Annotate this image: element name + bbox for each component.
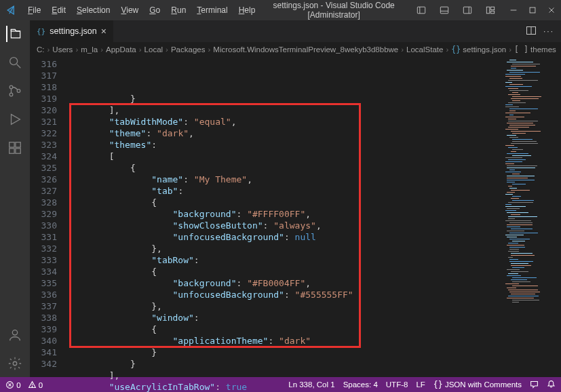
code-line[interactable]: { — [66, 266, 503, 277]
code-line[interactable]: "window": — [66, 312, 503, 324]
code-line[interactable]: }, — [66, 300, 503, 312]
chevron-right-icon: › — [139, 45, 142, 54]
svg-point-15 — [9, 85, 13, 89]
menu-run[interactable]: Run — [166, 0, 191, 20]
menu-file[interactable]: File — [23, 0, 45, 20]
svg-rect-7 — [490, 7, 494, 9]
toggle-panel-right-icon[interactable] — [458, 0, 477, 20]
breadcrumb-part[interactable]: C: — [37, 45, 45, 54]
search-icon[interactable] — [7, 54, 23, 71]
code-line[interactable]: "applicationTheme": "dark" — [66, 335, 503, 347]
menu-terminal[interactable]: Terminal — [192, 0, 232, 20]
toggle-panel-left-icon[interactable] — [412, 0, 431, 20]
code-line[interactable]: "themes": — [66, 139, 503, 151]
code-line[interactable]: "background": "#FFFF00FF", — [66, 208, 503, 220]
code-line[interactable]: }, — [66, 243, 503, 254]
menu-selection[interactable]: Selection — [72, 0, 115, 20]
code-line[interactable]: "name": "My Theme", — [66, 174, 503, 185]
customize-layout-icon[interactable] — [481, 0, 500, 20]
errors-count[interactable]: 0 — [5, 380, 21, 389]
chevron-right-icon: › — [100, 45, 103, 54]
breadcrumb-part[interactable]: m_la — [81, 45, 98, 54]
tab-filename: settings.json — [50, 26, 96, 36]
code-line[interactable]: "useAcrylicInTabRow": true — [66, 381, 503, 392]
vscode-logo-icon — [0, 5, 23, 16]
layout-controls — [408, 0, 504, 20]
chevron-right-icon: › — [401, 45, 404, 54]
code-line[interactable]: "tabWidthMode": "equal", — [66, 116, 503, 128]
code-line[interactable]: } — [66, 358, 503, 370]
accounts-icon[interactable] — [7, 327, 23, 343]
svg-rect-4 — [463, 7, 471, 14]
svg-rect-2 — [440, 7, 448, 14]
menu-edit[interactable]: Edit — [47, 0, 71, 20]
svg-rect-21 — [9, 149, 14, 153]
code-line[interactable]: "tabRow": — [66, 254, 503, 266]
code-line[interactable]: } — [66, 347, 503, 358]
explorer-icon[interactable] — [6, 26, 22, 42]
tab-close-icon[interactable]: × — [101, 26, 107, 36]
code-line[interactable]: "theme": "dark", — [66, 128, 503, 139]
code-editor[interactable]: } ], "tabWidthMode": "equal", "theme": "… — [66, 57, 503, 377]
maximize-button[interactable] — [523, 0, 542, 20]
chevron-right-icon: › — [75, 45, 78, 54]
svg-point-31 — [32, 386, 33, 387]
source-control-icon[interactable] — [7, 83, 23, 99]
menu-go[interactable]: Go — [144, 0, 165, 20]
svg-rect-20 — [16, 142, 20, 147]
code-line[interactable]: { — [66, 162, 503, 174]
window-title: settings.json - Visual Studio Code [Admi… — [260, 1, 408, 20]
menu-view[interactable]: View — [116, 0, 143, 20]
titlebar: FileEditSelectionViewGoRunTerminalHelp s… — [0, 0, 561, 20]
breadcrumb-part[interactable]: Microsoft.WindowsTerminalPreview_8wekyb3… — [213, 45, 398, 54]
svg-rect-22 — [16, 149, 20, 153]
svg-rect-19 — [9, 142, 14, 147]
more-actions-icon[interactable]: ··· — [543, 26, 554, 36]
chevron-right-icon: › — [166, 45, 168, 54]
code-line[interactable]: } — [66, 93, 503, 104]
code-line[interactable]: "unfocusedBackground": null — [66, 231, 503, 243]
breadcrumb-part[interactable]: Local — [144, 45, 163, 54]
code-line[interactable]: ], — [66, 370, 503, 381]
split-editor-icon[interactable] — [526, 25, 537, 38]
line-gutter: 3163173183193203213223233243253263273283… — [30, 57, 66, 377]
close-button[interactable] — [542, 0, 561, 20]
breadcrumb-part[interactable]: Packages — [171, 45, 206, 54]
breadcrumb-part[interactable]: AppData — [106, 45, 136, 54]
minimize-button[interactable] — [504, 0, 523, 20]
svg-rect-0 — [417, 7, 425, 14]
minimap[interactable] — [503, 57, 561, 377]
chevron-right-icon: › — [446, 45, 448, 54]
breadcrumb-part[interactable]: LocalState — [406, 45, 443, 54]
svg-rect-6 — [486, 7, 489, 14]
feedback-icon[interactable] — [530, 380, 539, 390]
breadcrumb-file[interactable]: {} settings.json — [451, 45, 506, 54]
breadcrumb-part[interactable]: Users — [52, 45, 73, 54]
settings-gear-icon[interactable] — [7, 355, 23, 372]
chevron-right-icon: › — [509, 45, 511, 54]
svg-point-23 — [12, 330, 17, 335]
breadcrumb[interactable]: C: › Users › m_la › AppData › Local › Pa… — [30, 42, 561, 57]
json-file-icon: {} — [37, 27, 45, 36]
run-debug-icon[interactable] — [7, 111, 23, 128]
code-line[interactable]: ], — [66, 104, 503, 116]
extensions-icon[interactable] — [7, 140, 23, 156]
code-line[interactable]: { — [66, 324, 503, 335]
code-line[interactable]: "background": "#FB0004FF", — [66, 277, 503, 289]
code-line[interactable]: { — [66, 197, 503, 208]
code-line[interactable]: "unfocusedBackground": "#555555FF" — [66, 289, 503, 300]
svg-line-14 — [17, 64, 21, 68]
code-line[interactable]: "tab": — [66, 185, 503, 197]
code-line[interactable]: [ — [66, 151, 503, 162]
notifications-icon[interactable] — [547, 380, 556, 390]
activity-bar — [0, 20, 30, 377]
svg-point-24 — [13, 361, 17, 366]
menu-help[interactable]: Help — [234, 0, 260, 20]
warnings-count[interactable]: 0 — [28, 380, 43, 389]
svg-marker-18 — [12, 115, 20, 125]
window-controls — [504, 0, 561, 20]
toggle-panel-bottom-icon[interactable] — [435, 0, 454, 20]
code-line[interactable]: "showCloseButton": "always", — [66, 220, 503, 231]
breadcrumb-node[interactable]: [ ] themes — [514, 45, 556, 54]
tab-settings-json[interactable]: {} settings.json × — [30, 20, 114, 42]
